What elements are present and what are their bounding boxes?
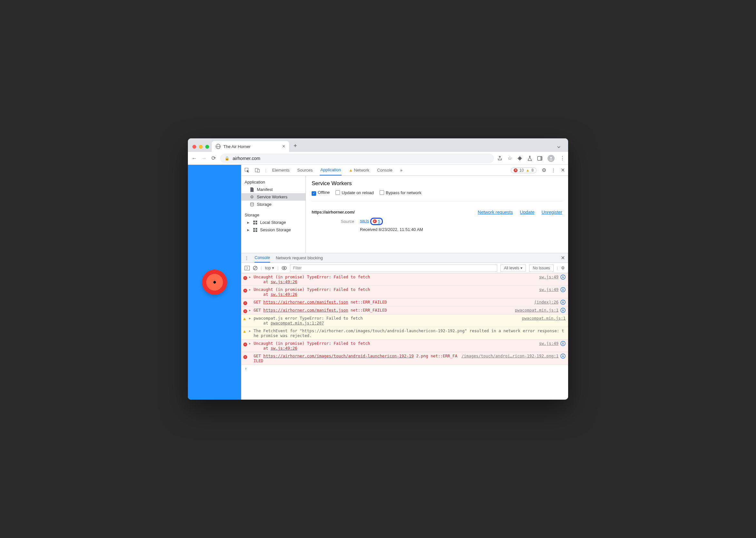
error-icon: ✕ — [243, 354, 247, 359]
panel-title: Service Workers — [311, 180, 562, 187]
source-link[interactable]: sw.js:49:26 — [271, 279, 298, 284]
url-link[interactable]: https://airhorner.com/images/touch/andro… — [263, 353, 414, 358]
close-window-icon[interactable] — [192, 145, 196, 149]
console-sidebar-toggle-icon[interactable] — [245, 266, 250, 270]
drawer-tab-console[interactable]: Console — [255, 253, 270, 263]
sidebar-item-storage[interactable]: Storage — [241, 201, 306, 208]
console-prompt[interactable]: › — [241, 365, 568, 372]
source-location-link[interactable]: pwacompat.min.js:1 — [512, 308, 558, 313]
console-row[interactable]: ✕▶Uncaught (in promise) TypeError: Faile… — [241, 273, 568, 286]
tab-sources[interactable]: Sources — [297, 165, 313, 176]
source-location-link[interactable]: pwacompat.min.js:1 — [519, 316, 566, 325]
console-row[interactable]: ▲▶pwacompat.js error TypeError: Failed t… — [241, 314, 568, 327]
console-row[interactable]: ✕GET https://airhorner.com/manifest.json… — [241, 298, 568, 306]
sw-error-count-link[interactable]: 5 — [378, 219, 380, 224]
sidebar-item-local-storage[interactable]: ▶ Local Storage — [241, 219, 306, 226]
sidebar-item-service-workers[interactable]: ⚙ Service Workers — [241, 193, 306, 201]
tab-elements[interactable]: Elements — [271, 165, 290, 176]
console-row[interactable]: ▲▶The FetchEvent for "https://airhorner.… — [241, 327, 568, 340]
tab-overflow[interactable]: » — [400, 165, 403, 176]
warning-icon: ▲ — [526, 168, 530, 173]
tab-overflow-icon[interactable] — [555, 145, 565, 152]
expand-icon[interactable]: ▶ — [249, 342, 251, 345]
tab-network[interactable]: ▲ Network — [348, 165, 370, 176]
replay-xhr-icon[interactable] — [560, 308, 566, 313]
source-location-link[interactable]: (index):26 — [531, 299, 558, 305]
menu-icon[interactable]: ⋮ — [560, 155, 565, 161]
sidebar-item-manifest[interactable]: Manifest — [241, 186, 306, 193]
tab-console[interactable]: Console — [376, 165, 393, 176]
reload-button[interactable]: ⟳ — [211, 155, 217, 162]
settings-icon[interactable]: ⚙ — [542, 167, 546, 173]
drawer-tab-network-blocking[interactable]: Network request blocking — [276, 253, 323, 263]
inspect-icon[interactable] — [245, 168, 250, 173]
console-settings-icon[interactable]: ⚙ — [561, 265, 565, 270]
back-button[interactable]: ← — [191, 155, 198, 162]
sw-origin: https://airhorner.com/ Network requests … — [311, 210, 562, 214]
labs-icon[interactable] — [528, 156, 532, 161]
clear-console-icon[interactable] — [253, 266, 258, 270]
console-row[interactable]: ✕▶GET https://airhorner.com/manifest.jso… — [241, 306, 568, 314]
tab-application[interactable]: Application — [320, 165, 342, 176]
log-message: GET https://airhorner.com/manifest.json … — [250, 308, 512, 313]
close-tab-icon[interactable]: × — [282, 143, 285, 149]
source-location-link[interactable]: sw.js:49 — [536, 275, 558, 284]
expand-icon[interactable]: ▶ — [249, 288, 251, 291]
replay-xhr-icon[interactable] — [560, 353, 566, 363]
replay-xhr-icon[interactable] — [560, 287, 566, 297]
unregister-link[interactable]: Unregister — [542, 210, 562, 215]
console-filter-input[interactable]: Filter — [290, 264, 497, 272]
url-link[interactable]: https://airhorner.com/manifest.json — [263, 308, 348, 312]
svg-rect-11 — [253, 228, 255, 230]
context-selector[interactable]: top ▾ — [265, 265, 274, 270]
expand-icon[interactable]: ▶ — [247, 228, 250, 232]
console-row[interactable]: ✕▶Uncaught (in promise) TypeError: Faile… — [241, 286, 568, 298]
issues-button[interactable]: No Issues — [529, 264, 553, 272]
expand-icon[interactable]: ▶ — [249, 329, 251, 333]
drawer-close-icon[interactable]: ✕ — [561, 255, 565, 261]
sw-source-link[interactable]: sw.js — [360, 218, 369, 223]
profile-avatar[interactable] — [547, 155, 555, 162]
minimize-window-icon[interactable] — [199, 145, 203, 149]
source-location-link[interactable]: sw.js:49 — [536, 287, 558, 297]
expand-icon[interactable]: ▶ — [247, 221, 250, 224]
update-on-reload-checkbox[interactable]: Update on reload — [335, 190, 374, 195]
extensions-icon[interactable] — [517, 156, 522, 161]
replay-xhr-icon[interactable] — [560, 341, 566, 350]
maximize-window-icon[interactable] — [205, 145, 209, 149]
expand-icon[interactable]: ▶ — [249, 309, 251, 312]
bypass-network-checkbox[interactable]: Bypass for network — [380, 190, 421, 195]
offline-checkbox[interactable]: ✓Offline — [311, 190, 330, 196]
replay-xhr-icon[interactable] — [560, 275, 566, 284]
new-tab-button[interactable]: + — [289, 142, 300, 152]
devtools-close-icon[interactable]: ✕ — [561, 167, 565, 173]
source-link[interactable]: sw.js:49:26 — [271, 292, 298, 297]
sidebar-item-session-storage[interactable]: ▶ Session Storage — [241, 226, 306, 234]
share-icon[interactable] — [497, 156, 502, 161]
lock-icon[interactable]: 🔒 — [225, 156, 229, 161]
device-toggle-icon[interactable] — [255, 168, 260, 173]
source-location-link[interactable]: sw.js:49 — [536, 341, 558, 350]
error-warning-badge[interactable]: ✕10 ▲8 — [511, 167, 537, 173]
airhorn-button[interactable] — [202, 270, 227, 295]
devtools-menu-icon[interactable]: ⋮ — [551, 168, 555, 173]
expand-icon[interactable]: ▶ — [249, 317, 251, 320]
console-row[interactable]: ✕GET https://airhorner.com/images/touch/… — [241, 352, 568, 365]
drawer-menu-icon[interactable]: ⋮ — [245, 255, 249, 260]
source-location-link[interactable]: /images/touch/androi…ricon-192-192.png:1 — [458, 353, 558, 363]
bookmark-icon[interactable]: ☆ — [507, 155, 512, 161]
live-expression-icon[interactable] — [282, 266, 287, 270]
console-row[interactable]: ✕▶Uncaught (in promise) TypeError: Faile… — [241, 340, 568, 352]
update-link[interactable]: Update — [520, 210, 534, 215]
expand-icon[interactable]: ▶ — [249, 275, 251, 279]
url-link[interactable]: https://airhorner.com/manifest.json — [263, 299, 348, 304]
source-link[interactable]: pwacompat.min.js:1:207 — [271, 321, 324, 325]
log-levels-selector[interactable]: All levels ▾ — [500, 264, 526, 272]
replay-xhr-icon[interactable] — [560, 299, 566, 305]
network-requests-link[interactable]: Network requests — [478, 210, 513, 215]
address-bar[interactable]: 🔒 airhorner.com — [220, 153, 494, 163]
browser-tab[interactable]: The Air Horner × — [212, 141, 289, 152]
source-link[interactable]: sw.js:49:26 — [271, 346, 298, 350]
sidepanel-icon[interactable] — [537, 156, 543, 161]
application-panel: Application Manifest ⚙ Service Workers — [241, 176, 568, 253]
